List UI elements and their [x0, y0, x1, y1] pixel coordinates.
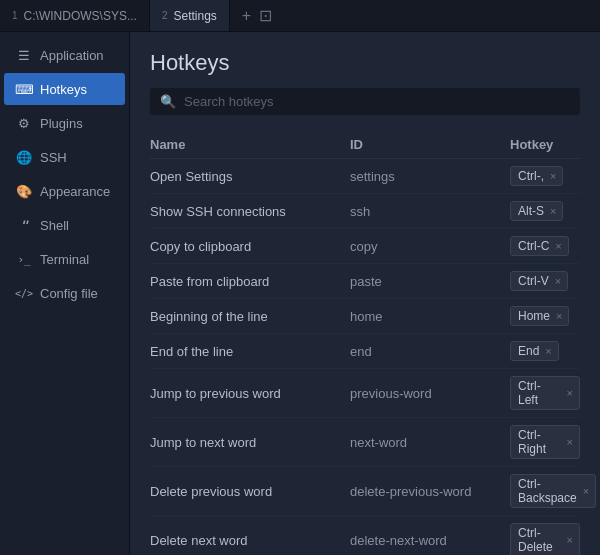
- row-name: Open Settings: [150, 169, 350, 184]
- sidebar: ☰ Application ⌨ Hotkeys ⚙ Plugins 🌐 SSH …: [0, 32, 130, 555]
- table-row: Delete next worddelete-next-wordCtrl-Del…: [150, 516, 580, 555]
- table-row: Jump to previous wordprevious-wordCtrl-L…: [150, 369, 580, 418]
- hotkey-cell: Ctrl-C×: [510, 236, 580, 256]
- hotkey-remove-icon[interactable]: ×: [567, 534, 573, 546]
- hotkeys-table: Name ID Hotkey Open SettingssettingsCtrl…: [130, 129, 600, 555]
- table-row: Beginning of the linehomeHome×: [150, 299, 580, 334]
- hotkey-label: Ctrl-Left: [518, 379, 561, 407]
- hotkey-cell: Ctrl-V×: [510, 271, 580, 291]
- row-id: copy: [350, 239, 510, 254]
- row-name: Paste from clipboard: [150, 274, 350, 289]
- row-name: Copy to clipboard: [150, 239, 350, 254]
- title-bar: 1 C:\WINDOWS\SYS... 2 Settings + ⊡: [0, 0, 600, 32]
- row-name: Delete previous word: [150, 484, 350, 499]
- table-row: Paste from clipboardpasteCtrl-V×: [150, 264, 580, 299]
- sidebar-item-label-terminal: Terminal: [40, 252, 89, 267]
- sidebar-item-terminal[interactable]: ›_ Terminal: [4, 243, 125, 275]
- table-row: Delete previous worddelete-previous-word…: [150, 467, 580, 516]
- hotkey-label: End: [518, 344, 539, 358]
- hotkey-badge: Ctrl-Delete×: [510, 523, 580, 555]
- hotkey-cell: Ctrl-Right×: [510, 425, 580, 459]
- tab-2[interactable]: 2 Settings: [150, 0, 230, 31]
- hotkey-badge: Ctrl-C×: [510, 236, 569, 256]
- col-header-name: Name: [150, 137, 350, 152]
- save-icon[interactable]: ⊡: [259, 6, 272, 25]
- table-row: Copy to clipboardcopyCtrl-C×: [150, 229, 580, 264]
- sidebar-item-label-appearance: Appearance: [40, 184, 110, 199]
- hotkey-cell: Ctrl-Delete×: [510, 523, 580, 555]
- hotkey-badge: End×: [510, 341, 559, 361]
- hotkey-label: Ctrl-V: [518, 274, 549, 288]
- row-name: Jump to next word: [150, 435, 350, 450]
- row-id: previous-word: [350, 386, 510, 401]
- tab-1[interactable]: 1 C:\WINDOWS\SYS...: [0, 0, 150, 31]
- hotkey-label: Ctrl-,: [518, 169, 544, 183]
- appearance-icon: 🎨: [16, 183, 32, 199]
- page-title: Hotkeys: [150, 50, 580, 76]
- hotkey-label: Ctrl-Backspace: [518, 477, 577, 505]
- row-id: delete-next-word: [350, 533, 510, 548]
- hotkey-badge: Ctrl-Right×: [510, 425, 580, 459]
- table-row: Show SSH connectionssshAlt-S×: [150, 194, 580, 229]
- terminal-icon: ›_: [16, 251, 32, 267]
- hotkey-remove-icon[interactable]: ×: [545, 345, 551, 357]
- hotkey-badge: Home×: [510, 306, 569, 326]
- config-icon: </>: [16, 285, 32, 301]
- row-id: next-word: [350, 435, 510, 450]
- hotkey-label: Ctrl-C: [518, 239, 549, 253]
- hotkey-remove-icon[interactable]: ×: [555, 240, 561, 252]
- sidebar-item-plugins[interactable]: ⚙ Plugins: [4, 107, 125, 139]
- tab-2-number: 2: [162, 10, 168, 21]
- search-icon: 🔍: [160, 94, 176, 109]
- hotkey-cell: Ctrl-,×: [510, 166, 580, 186]
- row-id: home: [350, 309, 510, 324]
- table-row: End of the lineendEnd×: [150, 334, 580, 369]
- row-id: paste: [350, 274, 510, 289]
- hotkey-cell: Ctrl-Left×: [510, 376, 580, 410]
- sidebar-item-appearance[interactable]: 🎨 Appearance: [4, 175, 125, 207]
- row-id: end: [350, 344, 510, 359]
- row-id: ssh: [350, 204, 510, 219]
- hotkey-remove-icon[interactable]: ×: [550, 205, 556, 217]
- hotkey-cell: Ctrl-Backspace×: [510, 474, 596, 508]
- table-rows-container: Open SettingssettingsCtrl-,×Show SSH con…: [150, 159, 580, 555]
- hotkey-remove-icon[interactable]: ×: [555, 275, 561, 287]
- sidebar-item-config[interactable]: </> Config file: [4, 277, 125, 309]
- ssh-icon: 🌐: [16, 149, 32, 165]
- row-name: Show SSH connections: [150, 204, 350, 219]
- search-bar: 🔍: [150, 88, 580, 115]
- tab-actions: + ⊡: [234, 6, 280, 25]
- hotkey-remove-icon[interactable]: ×: [583, 485, 589, 497]
- content-header: Hotkeys 🔍: [130, 32, 600, 129]
- row-name: Jump to previous word: [150, 386, 350, 401]
- sidebar-item-ssh[interactable]: 🌐 SSH: [4, 141, 125, 173]
- hotkey-label: Alt-S: [518, 204, 544, 218]
- hotkey-remove-icon[interactable]: ×: [567, 387, 573, 399]
- new-tab-icon[interactable]: +: [242, 7, 251, 25]
- col-header-id: ID: [350, 137, 510, 152]
- hotkey-remove-icon[interactable]: ×: [550, 170, 556, 182]
- row-name: Delete next word: [150, 533, 350, 548]
- sidebar-item-label-shell: Shell: [40, 218, 69, 233]
- search-input[interactable]: [184, 94, 570, 109]
- sidebar-item-shell[interactable]: " Shell: [4, 209, 125, 241]
- hotkey-cell: Home×: [510, 306, 580, 326]
- row-id: settings: [350, 169, 510, 184]
- col-header-hotkey: Hotkey: [510, 137, 580, 152]
- tab-1-label: C:\WINDOWS\SYS...: [24, 9, 137, 23]
- hotkey-label: Ctrl-Delete: [518, 526, 561, 554]
- hotkey-remove-icon[interactable]: ×: [567, 436, 573, 448]
- hotkey-badge: Alt-S×: [510, 201, 563, 221]
- sidebar-item-hotkeys[interactable]: ⌨ Hotkeys: [4, 73, 125, 105]
- table-header: Name ID Hotkey: [150, 129, 580, 159]
- hotkey-remove-icon[interactable]: ×: [556, 310, 562, 322]
- hotkeys-icon: ⌨: [16, 81, 32, 97]
- hotkey-cell: Alt-S×: [510, 201, 580, 221]
- hotkey-badge: Ctrl-Backspace×: [510, 474, 596, 508]
- tab-1-number: 1: [12, 10, 18, 21]
- sidebar-item-label-hotkeys: Hotkeys: [40, 82, 87, 97]
- sidebar-item-application[interactable]: ☰ Application: [4, 39, 125, 71]
- hotkey-label: Home: [518, 309, 550, 323]
- sidebar-item-label-config: Config file: [40, 286, 98, 301]
- sidebar-item-label-ssh: SSH: [40, 150, 67, 165]
